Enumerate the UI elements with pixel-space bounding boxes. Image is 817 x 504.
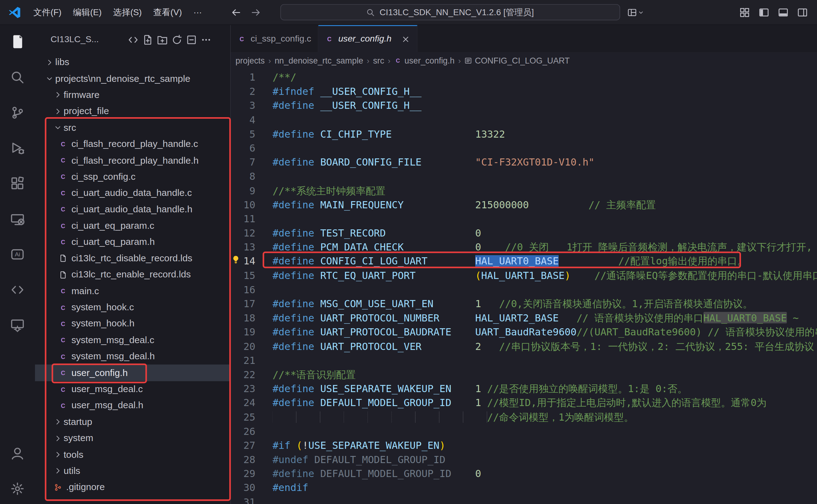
code-line-20[interactable]: 20#define UART_PROTOCOL_VER 2 //串口协议版本号，… <box>231 339 817 354</box>
refresh-icon[interactable] <box>171 34 182 45</box>
tree-item-user_msg_deal.c[interactable]: Cuser_msg_deal.c <box>35 381 230 397</box>
code-line-31[interactable]: 31 <box>231 495 817 504</box>
tree-item-libs[interactable]: libs <box>35 54 230 71</box>
tree-item-user_config.h[interactable]: Cuser_config.h <box>35 365 230 381</box>
menu-file[interactable]: 文件(F) <box>28 4 67 21</box>
tree-item-ci_ssp_config.c[interactable]: Cci_ssp_config.c <box>35 169 230 185</box>
collapse-all-icon[interactable] <box>186 34 197 45</box>
code-line-5[interactable]: 5#define CI_CHIP_TYPE 13322 <box>231 127 817 141</box>
code-line-25[interactable]: 25 //命令词模型，1为唤醒词模型。 <box>231 410 817 424</box>
tree-item-system_msg_deal.h[interactable]: Csystem_msg_deal.h <box>35 348 230 365</box>
tree-item-.gitignore[interactable]: .gitignore <box>35 479 230 496</box>
code-line-3[interactable]: 3#define __USER_CONFIG_H__ <box>231 99 817 113</box>
code-line-29[interactable]: 29#define DEFAULT_MODEL_GROUP_ID 0 <box>231 467 817 481</box>
breadcrumb-src[interactable]: src <box>373 56 384 65</box>
tree-item-ci_uart_audio_data_handle.c[interactable]: Cci_uart_audio_data_handle.c <box>35 185 230 201</box>
tree-item-system_hook.c[interactable]: Csystem_hook.c <box>35 299 230 316</box>
breadcrumb-user_config.h[interactable]: Cuser_config.h <box>394 56 455 65</box>
code-line-26[interactable]: 26 <box>231 424 817 439</box>
source-control-icon[interactable] <box>6 101 29 124</box>
code-line-7[interactable]: 7#define BOARD_CONFIG_FILE "CI-F32XGT01D… <box>231 155 817 170</box>
code-line-30[interactable]: 30#endif <box>231 481 817 495</box>
code-line-8[interactable]: 8 <box>231 170 817 184</box>
tree-item-startup[interactable]: startup <box>35 414 230 430</box>
tab-user_config.h[interactable]: Cuser_config.h <box>318 25 418 52</box>
tree-item-main.c[interactable]: Cmain.c <box>35 283 230 299</box>
code-line-24[interactable]: 24#define DEFAULT_MODEL_GROUP_ID 1 //模型I… <box>231 396 817 410</box>
tree-item-projects_nn_denoise_rtc_sample[interactable]: projects\nn_denoise_rtc_sample <box>35 70 230 87</box>
code-line-9[interactable]: 9//**系统主时钟频率配置 <box>231 183 817 198</box>
code-editor[interactable]: 1/**/2#ifndef __USER_CONFIG_H__3#define … <box>231 69 817 504</box>
code-line-18[interactable]: 18#define UART_PROTOCOL_NUMBER HAL_UART2… <box>231 311 817 325</box>
extensions-icon[interactable] <box>6 172 29 195</box>
tree-item-ci_flash_record_play_handle.h[interactable]: Cci_flash_record_play_handle.h <box>35 152 230 169</box>
breadcrumb-CONFIG_CI_LOG_UART[interactable]: CONFIG_CI_LOG_UART <box>464 56 570 65</box>
tree-item-label: user_msg_deal.h <box>71 400 143 411</box>
code-line-23[interactable]: 23#define USE_SEPARATE_WAKEUP_EN 1 //是否使… <box>231 382 817 396</box>
code-line-4[interactable]: 4 <box>231 113 817 127</box>
tree-item-ci_flash_record_play_handle.c[interactable]: Cci_flash_record_play_handle.c <box>35 136 230 152</box>
tree-item-system_msg_deal.c[interactable]: Csystem_msg_deal.c <box>35 332 230 348</box>
explorer-title[interactable]: CI13LC_S... <box>51 34 99 45</box>
code-line-11[interactable]: 11 <box>231 212 817 226</box>
breadcrumb-projects[interactable]: projects <box>235 56 264 65</box>
ai-assistant-icon[interactable]: Ai <box>6 243 29 266</box>
more-actions-icon[interactable] <box>201 34 211 45</box>
settings-gear-icon[interactable] <box>6 477 29 500</box>
compare-icon[interactable] <box>128 34 139 45</box>
tree-item-firmware[interactable]: firmware <box>35 87 230 103</box>
new-folder-icon[interactable] <box>157 34 168 45</box>
command-center[interactable]: CI13LC_SDK_NN_ENC_V1.2.6 [管理员] <box>280 4 620 20</box>
code-line-13[interactable]: 13#define PCM_DATA_CHECK 0 //0 关闭 1打开 降噪… <box>231 240 817 254</box>
code-line-10[interactable]: 10#define MAIN_FREQUENCY 215000000 // 主频… <box>231 198 817 212</box>
menu-view[interactable]: 查看(V) <box>148 4 188 21</box>
editor-layout-control[interactable] <box>628 0 644 25</box>
code-line-12[interactable]: 12#define TEST_RECORD 0 <box>231 226 817 240</box>
code-line-1[interactable]: 1/**/ <box>231 70 817 85</box>
lightbulb-icon[interactable] <box>231 255 240 264</box>
code-line-14[interactable]: 14#define CONFIG_CI_LOG_UART HAL_UART0_B… <box>231 254 817 269</box>
tab-ci_ssp_config.c[interactable]: Cci_ssp_config.c <box>231 25 318 52</box>
breadcrumb-nn_denoise_rtc_sample[interactable]: nn_denoise_rtc_sample <box>274 56 363 65</box>
explorer-icon[interactable] <box>6 30 29 53</box>
tree-item-ci_uart_eq_param.c[interactable]: Cci_uart_eq_param.c <box>35 218 230 234</box>
menubar-more[interactable]: ··· <box>188 5 208 20</box>
tree-item-src[interactable]: src <box>35 120 230 136</box>
code-line-2[interactable]: 2#ifndef __USER_CONFIG_H__ <box>231 84 817 99</box>
menu-edit[interactable]: 编辑(E) <box>67 4 107 21</box>
account-icon[interactable] <box>6 442 29 465</box>
code-tools-icon[interactable] <box>6 278 29 301</box>
menu-selection[interactable]: 选择(S) <box>107 4 147 21</box>
code-line-28[interactable]: 28#undef DEFAULT_MODEL_GROUP_ID <box>231 453 817 467</box>
toggle-panel-icon[interactable] <box>778 7 788 18</box>
tree-item-ci13lc_rtc_disable_record.lds[interactable]: ci13lc_rtc_disable_record.lds <box>35 250 230 267</box>
code-line-22[interactable]: 22//**语音识别配置 <box>231 368 817 382</box>
tree-item-user_msg_deal.h[interactable]: Cuser_msg_deal.h <box>35 397 230 414</box>
forward-icon[interactable] <box>250 7 261 18</box>
device-config-icon[interactable] <box>6 313 29 336</box>
search-icon[interactable] <box>6 66 29 89</box>
remote-explorer-icon[interactable] <box>6 207 29 230</box>
run-debug-icon[interactable] <box>6 136 29 159</box>
back-icon[interactable] <box>231 7 241 18</box>
code-line-19[interactable]: 19#define UART_PROTOCOL_BAUDRATE UART_Ba… <box>231 325 817 339</box>
code-line-17[interactable]: 17#define MSG_COM_USE_UART_EN 1 //0,关闭语音… <box>231 297 817 311</box>
code-line-27[interactable]: 27#if (!USE_SEPARATE_WAKEUP_EN) <box>231 438 817 453</box>
code-line-21[interactable]: 21 <box>231 353 817 368</box>
tree-item-utils[interactable]: utils <box>35 463 230 479</box>
layout-grid-icon[interactable] <box>739 7 750 18</box>
tree-item-ci_uart_audio_data_handle.h[interactable]: Cci_uart_audio_data_handle.h <box>35 201 230 218</box>
tree-item-system_hook.h[interactable]: Csystem_hook.h <box>35 316 230 332</box>
tree-item-ci13lc_rtc_enable_record.lds[interactable]: ci13lc_rtc_enable_record.lds <box>35 267 230 283</box>
tree-item-project_file[interactable]: project_file <box>35 103 230 120</box>
tree-item-system[interactable]: system <box>35 430 230 447</box>
tree-item-ci_uart_eq_param.h[interactable]: Cci_uart_eq_param.h <box>35 234 230 250</box>
code-line-15[interactable]: 15#define RTC_EQ_UART_PORT (HAL_UART1_BA… <box>231 268 817 283</box>
close-icon[interactable] <box>401 35 411 44</box>
tree-item-tools[interactable]: tools <box>35 446 230 463</box>
new-file-icon[interactable] <box>142 34 153 45</box>
toggle-sidebar-icon[interactable] <box>759 7 769 18</box>
toggle-secondary-sidebar-icon[interactable] <box>797 7 808 18</box>
code-line-16[interactable]: 16 <box>231 283 817 297</box>
code-line-6[interactable]: 6 <box>231 141 817 155</box>
